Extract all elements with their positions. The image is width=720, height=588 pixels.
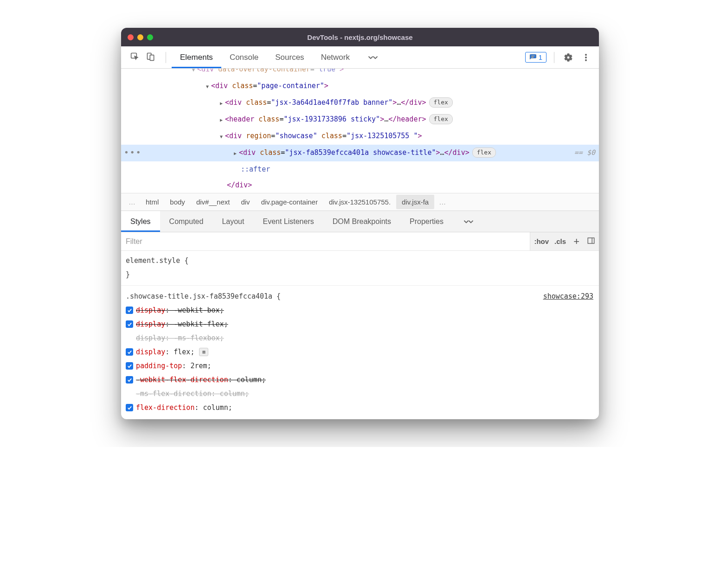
- flex-badge[interactable]: flex: [472, 147, 496, 158]
- dom-row[interactable]: <div region="showcase" class="jsx-132510…: [121, 128, 599, 145]
- svg-point-5: [585, 54, 586, 55]
- rule-text: display: -ms-flexbox;: [136, 331, 224, 345]
- tab-sources[interactable]: Sources: [267, 46, 312, 68]
- svg-rect-4: [531, 57, 534, 57]
- toolbar-right: 1: [525, 51, 594, 64]
- separator: [554, 52, 554, 63]
- flex-badge[interactable]: flex: [429, 97, 453, 108]
- crumb-jsx1325[interactable]: div.jsx-1325105755.: [323, 195, 396, 209]
- crumb-div[interactable]: div: [235, 195, 255, 209]
- expand-arrow-icon[interactable]: [191, 69, 196, 78]
- expand-arrow-icon[interactable]: [219, 128, 224, 145]
- crumb-next[interactable]: div#__next: [191, 195, 236, 209]
- expand-arrow-icon[interactable]: [232, 145, 238, 161]
- dom-tree[interactable]: <div data-overlay-container="true"><div …: [121, 69, 599, 193]
- toolbar-left-icons: [126, 52, 160, 63]
- subtab-computed[interactable]: Computed: [160, 211, 213, 232]
- rule-checkbox[interactable]: [126, 307, 133, 314]
- dom-row[interactable]: ::after: [121, 161, 599, 177]
- panel-layout-icon[interactable]: [587, 236, 595, 246]
- add-rule-icon[interactable]: +: [572, 236, 581, 248]
- subtab-more[interactable]: [453, 211, 484, 232]
- zoom-dot[interactable]: [147, 34, 153, 40]
- settings-icon[interactable]: [562, 51, 575, 64]
- style-rule[interactable]: padding-top: 2rem;: [126, 359, 594, 373]
- expand-arrow-icon[interactable]: [205, 78, 210, 95]
- expand-arrow-icon[interactable]: [219, 95, 224, 111]
- devtools-window: DevTools - nextjs.org/showcase Elements …: [121, 28, 599, 419]
- device-toggle-icon[interactable]: [146, 52, 155, 63]
- style-rule[interactable]: display: flex;▦: [126, 345, 594, 359]
- dom-row[interactable]: <div class="page-container">: [121, 78, 599, 95]
- subtab-event-listeners[interactable]: Event Listeners: [253, 211, 323, 232]
- crumb-page-container[interactable]: div.page-container: [256, 195, 323, 209]
- issues-count: 1: [539, 53, 542, 61]
- breadcrumb-right-overflow[interactable]: …: [434, 198, 450, 206]
- subtab-dom-breakpoints[interactable]: DOM Breakpoints: [323, 211, 400, 232]
- close-dot[interactable]: [128, 34, 134, 40]
- dom-row[interactable]: </div>: [121, 177, 599, 193]
- dom-row[interactable]: <div data-overlay-container="true">: [121, 69, 599, 78]
- style-rule[interactable]: flex-direction: column;: [126, 401, 594, 415]
- source-link[interactable]: showcase:293: [543, 289, 593, 303]
- flex-badge[interactable]: flex: [429, 114, 453, 124]
- rules-list: display: -webkit-box;display: -webkit-fl…: [126, 303, 594, 415]
- rule-separator: [121, 285, 599, 286]
- style-rule[interactable]: display: -webkit-box;: [126, 303, 594, 317]
- dom-row[interactable]: •••<div class="jsx-fa8539efcca401a showc…: [121, 145, 599, 161]
- rule-checkbox[interactable]: [126, 362, 133, 370]
- hov-toggle[interactable]: :hov: [534, 237, 549, 245]
- rule-checkbox[interactable]: [126, 320, 133, 328]
- rule-text: -webkit-flex-direction: column;: [136, 373, 266, 387]
- svg-point-6: [585, 57, 586, 58]
- tab-elements[interactable]: Elements: [172, 46, 221, 68]
- rule-checkbox[interactable]: [126, 404, 133, 411]
- style-rule[interactable]: -webkit-flex-direction: column;: [126, 373, 594, 387]
- subtab-styles[interactable]: Styles: [121, 211, 160, 232]
- rule-text: -ms-flex-direction: column;: [136, 387, 249, 401]
- flex-editor-icon[interactable]: ▦: [199, 348, 208, 356]
- cls-toggle[interactable]: .cls: [554, 237, 566, 245]
- titlebar: DevTools - nextjs.org/showcase: [121, 28, 599, 46]
- style-rule[interactable]: display: -webkit-flex;: [126, 317, 594, 331]
- crumb-body[interactable]: body: [164, 195, 191, 209]
- svg-point-7: [585, 59, 586, 61]
- breadcrumb-left-overflow[interactable]: …: [124, 198, 140, 206]
- breadcrumb: … html body div#__next div div.page-cont…: [121, 193, 599, 211]
- tab-more[interactable]: [358, 46, 388, 68]
- svg-rect-3: [531, 56, 535, 56]
- rule-text: padding-top: 2rem;: [136, 359, 212, 373]
- styles-filter-bar: :hov .cls +: [121, 232, 599, 251]
- separator: [166, 52, 166, 63]
- svg-rect-8: [588, 238, 594, 243]
- style-rule[interactable]: display: -ms-flexbox;: [126, 331, 594, 345]
- filter-input[interactable]: [121, 232, 530, 250]
- subtab-layout[interactable]: Layout: [212, 211, 253, 232]
- styles-content: element.style { } showcase:293 .showcase…: [121, 251, 599, 419]
- dom-row[interactable]: <header class="jsx-1931733896 sticky">…<…: [121, 111, 599, 128]
- panel-tabs: Elements Console Sources Network: [172, 46, 388, 68]
- tab-network[interactable]: Network: [313, 46, 358, 68]
- expand-arrow-icon[interactable]: [219, 111, 224, 128]
- element-style-selector[interactable]: element.style {: [126, 254, 594, 268]
- crumb-selected[interactable]: div.jsx-fa: [396, 195, 434, 209]
- crumb-html[interactable]: html: [140, 195, 164, 209]
- element-style-close: }: [126, 268, 594, 281]
- rule-text: display: -webkit-flex;: [136, 317, 228, 331]
- subtab-properties[interactable]: Properties: [400, 211, 453, 232]
- rule-checkbox[interactable]: [126, 376, 133, 383]
- tab-console[interactable]: Console: [221, 46, 267, 68]
- minimize-dot[interactable]: [137, 34, 143, 40]
- traffic-lights: [128, 34, 153, 40]
- rule-text: flex-direction: column;: [136, 401, 232, 415]
- inspect-icon[interactable]: [130, 52, 140, 63]
- rule-text: display: flex;: [136, 345, 194, 359]
- kebab-menu-icon[interactable]: [579, 51, 592, 64]
- style-rule[interactable]: -ms-flex-direction: column;: [126, 387, 594, 401]
- dollar-zero-hint: == $0: [574, 145, 599, 160]
- rule-checkbox[interactable]: [126, 348, 133, 356]
- rule-selector[interactable]: .showcase-title.jsx-fa8539efcca401a {: [126, 289, 594, 303]
- dom-row[interactable]: <div class="jsx-3a64d1ae4f0f7fab banner"…: [121, 95, 599, 111]
- issues-badge[interactable]: 1: [525, 52, 546, 63]
- rule-text: display: -webkit-box;: [136, 303, 224, 317]
